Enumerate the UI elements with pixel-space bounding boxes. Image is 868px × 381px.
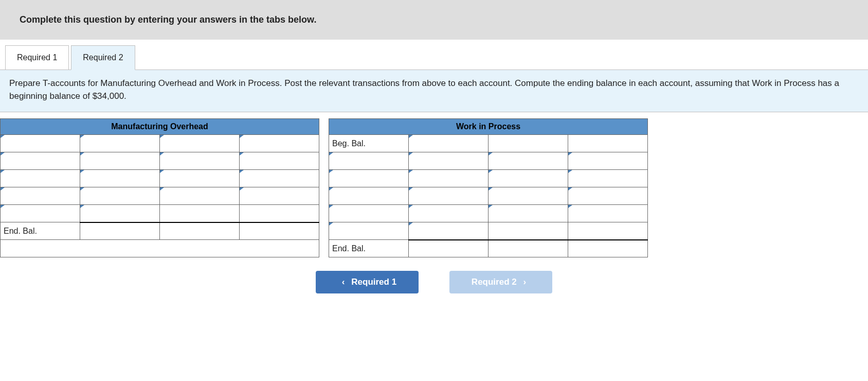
prev-required-button[interactable]: ‹ Required 1 xyxy=(316,271,419,293)
mo-title: Manufacturing Overhead xyxy=(1,119,319,135)
mo-end-bal-credit[interactable] xyxy=(160,222,240,240)
wip-blank-r1b xyxy=(568,135,648,152)
wip-debit-desc-5[interactable] xyxy=(329,222,409,240)
chevron-right-icon: › xyxy=(523,277,526,287)
wip-debit-desc-2[interactable] xyxy=(329,170,409,187)
mo-debit-amt-1[interactable] xyxy=(80,135,160,152)
mo-debit-desc-2[interactable] xyxy=(1,152,80,170)
wip-beg-bal-label: Beg. Bal. xyxy=(329,135,409,152)
wip-credit-desc-1[interactable] xyxy=(489,152,568,170)
mo-debit-amt-4[interactable] xyxy=(80,187,160,205)
mo-credit-amt-3[interactable] xyxy=(240,170,319,187)
mo-credit-desc-1[interactable] xyxy=(160,135,240,152)
wip-debit-amt-2[interactable] xyxy=(409,170,489,187)
wip-credit-desc-2[interactable] xyxy=(489,170,568,187)
mo-debit-desc-1[interactable] xyxy=(1,135,80,152)
wip-credit-amt-4[interactable] xyxy=(568,205,648,222)
mo-end-bal-extra xyxy=(240,222,319,240)
t-accounts-row: Manufacturing Overhead xyxy=(0,118,868,257)
wip-end-bal-credit[interactable] xyxy=(489,240,568,257)
mo-debit-amt-2[interactable] xyxy=(80,152,160,170)
tab-strip: Required 1 Required 2 xyxy=(0,45,868,70)
mo-debit-desc-4[interactable] xyxy=(1,187,80,205)
mo-credit-amt-1[interactable] xyxy=(240,135,319,152)
mo-end-bal-label: End. Bal. xyxy=(1,222,80,240)
wip-end-bal-extra xyxy=(568,240,648,257)
wip-debit-amt-3[interactable] xyxy=(409,187,489,205)
mo-credit-amt-4[interactable] xyxy=(240,187,319,205)
wip-debit-desc-3[interactable] xyxy=(329,187,409,205)
mo-debit-desc-5[interactable] xyxy=(1,205,80,222)
t-account-manufacturing-overhead: Manufacturing Overhead xyxy=(0,118,319,257)
wip-end-bal-label: End. Bal. xyxy=(329,240,409,257)
next-label: Required 2 xyxy=(472,277,517,287)
instruction-banner: Complete this question by entering your … xyxy=(0,0,868,40)
prev-label: Required 1 xyxy=(351,277,396,287)
next-required-button: Required 2 › xyxy=(449,271,552,293)
question-prompt: Prepare T-accounts for Manufacturing Ove… xyxy=(0,70,868,112)
mo-debit-amt-5[interactable] xyxy=(80,205,160,222)
wip-credit-amt-1[interactable] xyxy=(568,152,648,170)
mo-credit-desc-4[interactable] xyxy=(160,187,240,205)
wip-credit-spacer-a xyxy=(489,222,568,240)
wip-credit-desc-4[interactable] xyxy=(489,205,568,222)
mo-credit-spacer-b xyxy=(240,205,319,222)
nav-buttons: ‹ Required 1 Required 2 › xyxy=(0,271,868,293)
wip-blank-r1a xyxy=(489,135,568,152)
tab-required-1[interactable]: Required 1 xyxy=(5,45,69,70)
wip-beg-bal-amt[interactable] xyxy=(409,135,489,152)
mo-footer-blank xyxy=(1,240,319,257)
wip-credit-spacer-b xyxy=(568,222,648,240)
mo-debit-amt-3[interactable] xyxy=(80,170,160,187)
wip-end-bal-debit[interactable] xyxy=(409,240,489,257)
chevron-left-icon: ‹ xyxy=(342,277,345,287)
wip-debit-desc-4[interactable] xyxy=(329,205,409,222)
mo-credit-spacer-a xyxy=(160,205,240,222)
wip-title: Work in Process xyxy=(329,119,648,135)
wip-debit-amt-4[interactable] xyxy=(409,205,489,222)
wip-credit-amt-2[interactable] xyxy=(568,170,648,187)
mo-debit-desc-3[interactable] xyxy=(1,170,80,187)
mo-credit-amt-2[interactable] xyxy=(240,152,319,170)
wip-debit-desc-1[interactable] xyxy=(329,152,409,170)
mo-credit-desc-3[interactable] xyxy=(160,170,240,187)
mo-credit-desc-2[interactable] xyxy=(160,152,240,170)
wip-credit-desc-3[interactable] xyxy=(489,187,568,205)
t-account-work-in-process: Work in Process Beg. Bal. xyxy=(329,118,648,257)
mo-end-bal-debit[interactable] xyxy=(80,222,160,240)
wip-debit-amt-1[interactable] xyxy=(409,152,489,170)
wip-debit-amt-5[interactable] xyxy=(409,222,489,240)
tab-required-2[interactable]: Required 2 xyxy=(71,45,135,70)
wip-credit-amt-3[interactable] xyxy=(568,187,648,205)
